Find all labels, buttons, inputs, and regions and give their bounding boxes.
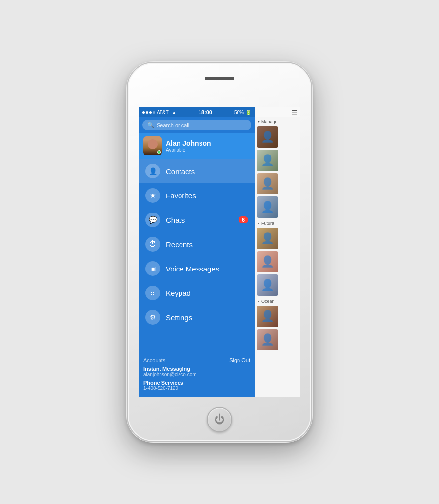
contact-avatar-1[interactable]: 👤 xyxy=(257,126,278,148)
menu-item-recents[interactable]: ⏱ Recents xyxy=(139,232,255,256)
status-right: 50% 🔋 xyxy=(234,110,251,115)
settings-icon: ⚙ xyxy=(145,310,160,325)
user-status: Available xyxy=(166,147,250,153)
wifi-icon: ▲ xyxy=(172,110,177,115)
menu-item-chats[interactable]: 💬 Chats 6 xyxy=(139,208,255,232)
search-input[interactable]: 🔍 Search or call xyxy=(142,120,251,130)
screen: AT&T ▲ 18:00 50% 🔋 🔍 Search or call xyxy=(139,107,300,397)
accounts-header: Accounts Sign Out xyxy=(143,357,250,363)
menu-item-settings[interactable]: ⚙ Settings xyxy=(139,305,255,330)
signal-dot-1 xyxy=(142,111,145,114)
accounts-section: Accounts Sign Out Instant Messaging alan… xyxy=(139,354,255,397)
status-left: AT&T ▲ xyxy=(142,110,177,115)
status-time: 18:00 xyxy=(199,109,212,115)
keypad-icon: ⠿ xyxy=(145,286,160,300)
account-item-im: Instant Messaging alanjohnson@cisco.com xyxy=(143,366,250,377)
settings-label: Settings xyxy=(166,313,248,322)
menu-item-contacts[interactable]: 👤 Contacts xyxy=(139,159,255,183)
accounts-label: Accounts xyxy=(143,357,165,363)
search-placeholder: Search or call xyxy=(157,122,189,128)
status-dot xyxy=(157,150,161,154)
search-icon: 🔍 xyxy=(147,122,154,128)
contact-avatar-6[interactable]: 👤 xyxy=(257,251,278,272)
battery-label: 50% xyxy=(234,110,244,115)
search-bar: 🔍 Search or call xyxy=(139,117,255,133)
right-panel: ☰ Manage 👤 👤 👤 👤 Futura 👤 👤 👤 Ocean 👤 👤 xyxy=(255,107,300,397)
menu-item-voice-messages[interactable]: ▣ Voice Messages xyxy=(139,256,255,281)
chats-badge: 6 xyxy=(239,216,248,223)
menu-item-keypad[interactable]: ⠿ Keypad xyxy=(139,281,255,305)
chats-icon: 💬 xyxy=(145,213,160,227)
keypad-label: Keypad xyxy=(166,289,248,297)
user-info: Alan Johnson Available xyxy=(166,139,250,153)
carrier-label: AT&T xyxy=(157,110,169,115)
hamburger-icon[interactable]: ☰ xyxy=(291,109,298,116)
user-profile[interactable]: Alan Johnson Available xyxy=(139,133,255,159)
phone-shell: AT&T ▲ 18:00 50% 🔋 🔍 Search or call xyxy=(127,62,312,442)
menu-items: 👤 Contacts ★ Favorites 💬 Chats 6 ⏱ xyxy=(139,159,255,354)
recents-icon: ⏱ xyxy=(145,237,160,252)
menu-item-favorites[interactable]: ★ Favorites xyxy=(139,183,255,208)
voice-messages-icon: ▣ xyxy=(145,261,160,276)
signal-dot-3 xyxy=(149,111,152,114)
phone-account-detail: 1-408-526-7129 xyxy=(143,386,250,391)
recents-label: Recents xyxy=(166,240,248,249)
battery-icon: 🔋 xyxy=(245,110,251,115)
voice-messages-label: Voice Messages xyxy=(166,265,248,273)
contact-avatar-3[interactable]: 👤 xyxy=(257,173,278,194)
speaker xyxy=(205,77,234,80)
contact-avatar-7[interactable]: 👤 xyxy=(257,274,278,296)
chats-label: Chats xyxy=(166,216,233,224)
group-futura: Futura xyxy=(255,219,300,227)
user-name: Alan Johnson xyxy=(166,139,250,147)
menu-panel: AT&T ▲ 18:00 50% 🔋 🔍 Search or call xyxy=(139,107,255,397)
favorites-icon: ★ xyxy=(145,188,160,203)
contact-avatar-9[interactable]: 👤 xyxy=(257,329,278,350)
contacts-list: Manage 👤 👤 👤 👤 Futura 👤 👤 👤 Ocean 👤 👤 xyxy=(255,117,300,397)
power-button[interactable] xyxy=(207,407,232,432)
account-item-phone: Phone Services 1-408-526-7129 xyxy=(143,380,250,391)
phone-account-type: Phone Services xyxy=(143,380,250,386)
right-header: ☰ xyxy=(255,107,300,117)
user-avatar xyxy=(143,136,162,155)
group-manage: Manage xyxy=(255,117,300,125)
contact-avatar-2[interactable]: 👤 xyxy=(257,150,278,171)
contact-avatar-8[interactable]: 👤 xyxy=(257,306,278,327)
contact-avatar-4[interactable]: 👤 xyxy=(257,196,278,218)
phone-device: AT&T ▲ 18:00 50% 🔋 🔍 Search or call xyxy=(127,62,312,442)
signal-dot-4 xyxy=(153,111,155,114)
contacts-icon: 👤 xyxy=(145,164,160,178)
contact-avatar-5[interactable]: 👤 xyxy=(257,228,278,249)
sign-out-button[interactable]: Sign Out xyxy=(229,357,250,363)
status-bar: AT&T ▲ 18:00 50% 🔋 xyxy=(139,107,255,117)
contacts-label: Contacts xyxy=(166,167,248,175)
favorites-label: Favorites xyxy=(166,192,248,200)
im-account-detail: alanjohnson@cisco.com xyxy=(143,372,250,377)
signal-dots xyxy=(142,111,155,114)
im-account-type: Instant Messaging xyxy=(143,366,250,372)
signal-dot-2 xyxy=(146,111,148,114)
group-ocean: Ocean xyxy=(255,297,300,305)
